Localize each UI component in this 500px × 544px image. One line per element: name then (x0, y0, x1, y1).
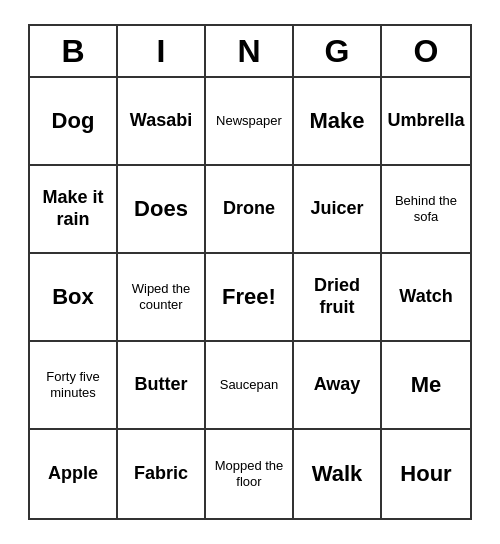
cell-r2-c1: Wiped the counter (118, 254, 206, 342)
cell-r4-c4: Hour (382, 430, 470, 518)
cell-r2-c3: Dried fruit (294, 254, 382, 342)
cell-r0-c1: Wasabi (118, 78, 206, 166)
cell-r1-c4: Behind the sofa (382, 166, 470, 254)
cell-r4-c2: Mopped the floor (206, 430, 294, 518)
cell-r0-c4: Umbrella (382, 78, 470, 166)
cell-r3-c0: Forty five minutes (30, 342, 118, 430)
cell-r3-c1: Butter (118, 342, 206, 430)
bingo-grid: DogWasabiNewspaperMakeUmbrellaMake it ra… (30, 78, 470, 518)
header-letter: O (382, 26, 470, 78)
cell-r1-c3: Juicer (294, 166, 382, 254)
cell-r1-c0: Make it rain (30, 166, 118, 254)
header-letter: N (206, 26, 294, 78)
cell-r0-c2: Newspaper (206, 78, 294, 166)
cell-r2-c2: Free! (206, 254, 294, 342)
cell-r2-c4: Watch (382, 254, 470, 342)
cell-r3-c3: Away (294, 342, 382, 430)
cell-r3-c4: Me (382, 342, 470, 430)
cell-r4-c1: Fabric (118, 430, 206, 518)
header-letter: B (30, 26, 118, 78)
cell-r0-c3: Make (294, 78, 382, 166)
cell-r4-c0: Apple (30, 430, 118, 518)
cell-r1-c2: Drone (206, 166, 294, 254)
bingo-card: BINGO DogWasabiNewspaperMakeUmbrellaMake… (28, 24, 472, 520)
cell-r0-c0: Dog (30, 78, 118, 166)
header-letter: G (294, 26, 382, 78)
cell-r1-c1: Does (118, 166, 206, 254)
cell-r3-c2: Saucepan (206, 342, 294, 430)
header-letter: I (118, 26, 206, 78)
cell-r2-c0: Box (30, 254, 118, 342)
bingo-header: BINGO (30, 26, 470, 78)
cell-r4-c3: Walk (294, 430, 382, 518)
